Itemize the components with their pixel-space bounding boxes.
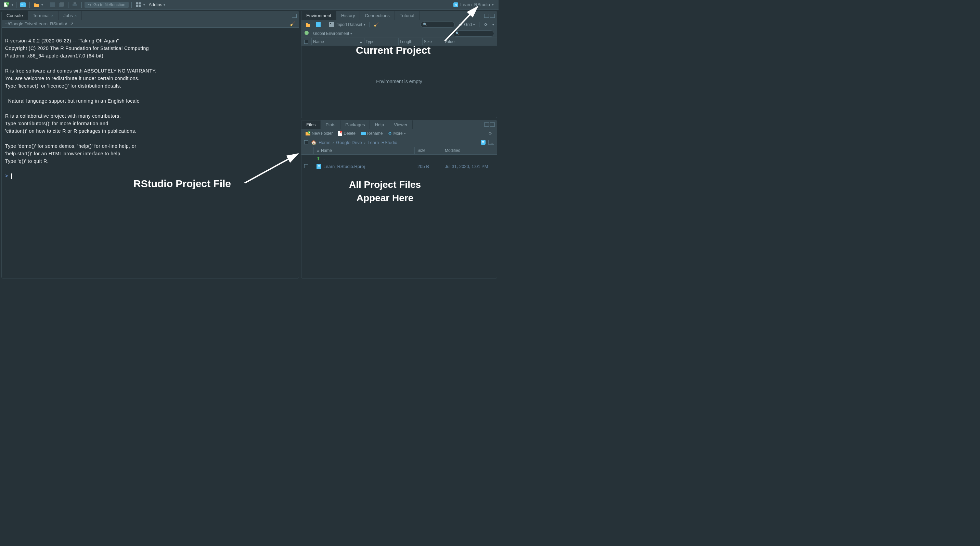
print-icon xyxy=(71,2,79,8)
new-folder-button[interactable]: + New Folder xyxy=(304,130,334,136)
search-icon: 🔍 xyxy=(423,22,427,26)
addins-label: Addins xyxy=(148,2,162,7)
save-workspace-icon[interactable] xyxy=(315,21,322,28)
tools-grid-icon[interactable] xyxy=(134,2,142,8)
tab-history[interactable]: History xyxy=(336,11,360,20)
minimize-icon[interactable] xyxy=(484,122,489,127)
files-tabs: Files Plots Packages Help Viewer xyxy=(301,121,497,129)
open-file-icon[interactable] xyxy=(32,2,40,8)
main-toolbar: + ▾ + ▾ ↪ Go to file/function ▾ Addins ▾… xyxy=(0,0,498,10)
env-empty-text: Environment is empty xyxy=(376,79,422,84)
file-checkbox[interactable] xyxy=(304,164,308,168)
file-name: Learn_RStudio.Rproj xyxy=(323,164,365,169)
import-dataset-button[interactable]: Import Dataset ▾ xyxy=(328,22,367,28)
col-size[interactable]: Size xyxy=(415,147,442,154)
tab-help[interactable]: Help xyxy=(370,121,389,129)
tab-tutorial[interactable]: Tutorial xyxy=(395,11,420,20)
gear-icon: ⚙ xyxy=(388,131,392,136)
r-logo-icon xyxy=(304,30,309,36)
new-project-icon[interactable]: + xyxy=(19,2,27,8)
minimize-icon[interactable] xyxy=(484,14,489,18)
col-modified[interactable]: Modified xyxy=(442,147,497,154)
tab-viewer[interactable]: Viewer xyxy=(389,121,413,129)
tab-packages[interactable]: Packages xyxy=(340,121,370,129)
env-body: Environment is empty xyxy=(301,46,497,118)
tab-plots[interactable]: Plots xyxy=(321,121,340,129)
tab-terminal[interactable]: Terminal × xyxy=(28,11,59,20)
env-toolbar: Import Dataset ▾ 🧹 🔍 ☰ Grid ▾ ⟳▾ xyxy=(301,20,497,29)
refresh-icon[interactable]: ⟳ xyxy=(482,21,490,28)
maximize-icon[interactable] xyxy=(490,14,495,18)
breadcrumb: 🏠 Home › Google Drive › Learn_RStudio xyxy=(311,140,397,145)
goto-dir-icon[interactable]: ↗ xyxy=(70,21,73,26)
up-arrow-icon: ⬆ xyxy=(317,156,320,161)
home-icon[interactable]: 🏠 xyxy=(311,140,317,145)
filter-input[interactable]: 🔍 xyxy=(453,30,494,37)
tab-connections[interactable]: Connections xyxy=(360,11,395,20)
goto-file-function-input[interactable]: ↪ Go to file/function xyxy=(84,2,129,8)
tab-console[interactable]: Console xyxy=(2,11,28,20)
caret-icon[interactable]: ▾ xyxy=(41,3,43,6)
file-size: 205 B xyxy=(415,164,442,169)
console-output[interactable]: R version 4.0.2 (2020-06-22) -- "Taking … xyxy=(2,28,299,278)
goto-placeholder: Go to file/function xyxy=(94,2,125,7)
rename-button[interactable]: Rename xyxy=(360,130,384,136)
project-selector[interactable]: R Learn_RStudio ▾ xyxy=(451,2,496,8)
svg-text:+: + xyxy=(21,3,23,6)
select-all-files-checkbox[interactable] xyxy=(304,140,308,144)
save-all-icon xyxy=(58,2,65,8)
col-type[interactable]: Type xyxy=(364,38,399,45)
caret-icon[interactable]: ▾ xyxy=(12,3,13,6)
svg-rect-11 xyxy=(138,2,141,5)
tab-jobs[interactable]: Jobs × xyxy=(59,11,82,20)
svg-rect-13 xyxy=(138,5,141,7)
file-row-up[interactable]: ⬆ .. xyxy=(301,155,497,162)
col-name[interactable]: ▲ Name xyxy=(314,147,415,154)
load-workspace-icon[interactable] xyxy=(304,21,312,28)
files-columns-header: ▲ Name Size Modified xyxy=(301,147,497,155)
tab-environment[interactable]: Environment xyxy=(301,11,336,20)
save-icon xyxy=(49,2,56,8)
clear-env-icon[interactable]: 🧹 xyxy=(372,21,380,28)
col-value[interactable]: Value xyxy=(443,38,496,45)
scope-selector[interactable]: Global Environment ▾ xyxy=(312,30,353,37)
maximize-icon[interactable] xyxy=(292,14,297,18)
console-text: R version 4.0.2 (2020-06-22) -- "Taking … xyxy=(5,38,157,164)
new-file-icon[interactable]: + xyxy=(3,2,10,8)
svg-rect-16 xyxy=(330,23,331,24)
caret-icon[interactable]: ▾ xyxy=(143,3,145,6)
tab-files[interactable]: Files xyxy=(301,121,321,129)
rproject-icon: R xyxy=(453,2,458,7)
working-dir-path[interactable]: ~/Google Drive/Learn_RStudio/ xyxy=(5,21,67,26)
svg-text:×: × xyxy=(341,131,342,134)
view-mode-selector[interactable]: ☰ Grid ▾ xyxy=(458,22,476,28)
console-prompt: > xyxy=(5,173,8,179)
refresh-icon[interactable]: ⟳ xyxy=(487,130,494,137)
console-tabs: Console Terminal × Jobs × xyxy=(2,11,299,20)
delete-button[interactable]: × Delete xyxy=(337,130,357,136)
addins-menu[interactable]: Addins ▾ xyxy=(146,2,167,8)
more-button[interactable]: ⚙ More ▾ xyxy=(387,130,407,136)
env-search-input[interactable]: 🔍 xyxy=(420,22,455,28)
crumb-home[interactable]: Home xyxy=(318,140,331,145)
console-subheader: ~/Google Drive/Learn_RStudio/ ↗ 🧹 xyxy=(2,20,299,28)
project-name: Learn_RStudio xyxy=(460,2,490,7)
col-name[interactable]: Name▲ xyxy=(312,38,364,45)
search-icon: 🔍 xyxy=(455,32,460,35)
files-toolbar: + New Folder × Delete Rename ⚙ More ▾ ⟳ xyxy=(301,129,497,138)
rproj-file-icon: R xyxy=(317,164,321,169)
col-size[interactable]: Size xyxy=(423,38,443,45)
crumb-2[interactable]: Learn_RStudio xyxy=(368,140,397,145)
goto-project-dir-icon[interactable]: R xyxy=(481,140,485,145)
svg-rect-7 xyxy=(60,2,64,6)
select-all-checkbox[interactable] xyxy=(304,40,308,44)
crumb-1[interactable]: Google Drive xyxy=(336,140,362,145)
svg-rect-10 xyxy=(136,2,138,5)
file-row-rproj[interactable]: R Learn_RStudio.Rproj 205 B Jul 31, 2020… xyxy=(301,162,497,170)
col-length[interactable]: Length xyxy=(399,38,423,45)
svg-text:+: + xyxy=(309,132,310,134)
ellipsis-icon[interactable]: ... xyxy=(488,140,494,145)
maximize-icon[interactable] xyxy=(490,122,495,127)
clear-console-icon[interactable]: 🧹 xyxy=(290,21,295,26)
svg-point-17 xyxy=(305,31,309,35)
